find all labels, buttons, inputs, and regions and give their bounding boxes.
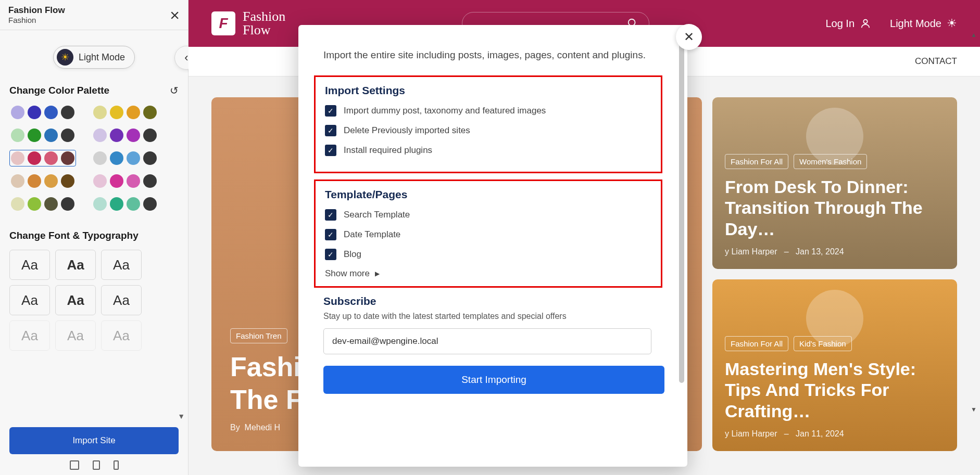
import-modal: ✕ Import the entire site including posts…	[298, 25, 687, 467]
import-settings-section: Import Settings ✓Import dummy post, taxo…	[314, 75, 662, 173]
show-more-button[interactable]: Show more ▶	[325, 268, 654, 279]
template-pages-list: ✓Search Template✓Date Template✓Blog	[325, 209, 654, 260]
close-modal-button[interactable]: ✕	[676, 24, 702, 50]
modal-intro: Import the entire site including posts, …	[323, 48, 662, 63]
checkbox-row: ✓Import dummy post, taxonomy and feature…	[325, 105, 654, 117]
checkbox-row: ✓Blog	[325, 249, 654, 260]
checkbox[interactable]: ✓	[325, 229, 336, 240]
email-field[interactable]	[323, 328, 651, 354]
checkbox-row: ✓Delete Previously imported sites	[325, 125, 654, 136]
template-pages-title: Template/Pages	[325, 188, 654, 201]
checkbox-label: Blog	[344, 249, 361, 260]
import-settings-list: ✓Import dummy post, taxonomy and feature…	[325, 105, 654, 156]
checkbox-label: Import dummy post, taxonomy and featured…	[344, 106, 546, 116]
template-pages-section: Template/Pages ✓Search Template✓Date Tem…	[314, 179, 662, 288]
modal-overlay: ✕ Import the entire site including posts…	[0, 0, 980, 475]
checkbox[interactable]: ✓	[325, 145, 336, 156]
checkbox-label: Search Template	[344, 210, 410, 220]
checkbox-row: ✓Date Template	[325, 229, 654, 240]
checkbox-row: ✓Search Template	[325, 209, 654, 221]
checkbox[interactable]: ✓	[325, 125, 336, 136]
triangle-right-icon: ▶	[375, 270, 380, 277]
subscribe-desc: Stay up to date with the latest started …	[323, 312, 662, 321]
start-importing-button[interactable]: Start Importing	[323, 366, 664, 394]
checkbox[interactable]: ✓	[325, 209, 336, 221]
checkbox-label: Date Template	[344, 229, 400, 240]
checkbox[interactable]: ✓	[325, 105, 336, 117]
checkbox[interactable]: ✓	[325, 249, 336, 260]
checkbox-row: ✓Install required plugins	[325, 145, 654, 156]
import-settings-title: Import Settings	[325, 84, 654, 97]
modal-scrollbar[interactable]	[679, 29, 684, 383]
checkbox-label: Install required plugins	[344, 145, 432, 156]
subscribe-title: Subscribe	[323, 295, 662, 307]
checkbox-label: Delete Previously imported sites	[344, 125, 470, 136]
